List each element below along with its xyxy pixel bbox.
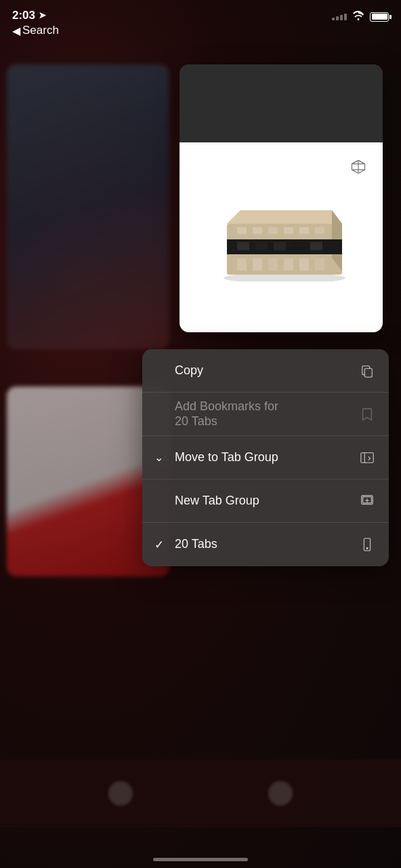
back-label: Search — [22, 24, 59, 37]
svg-rect-11 — [253, 227, 262, 234]
menu-label-copy: Copy — [175, 363, 203, 378]
tab-card-header — [180, 64, 383, 142]
menu-check-20tabs: ✓ — [154, 538, 168, 552]
menu-item-move-to-tab-group[interactable]: ⌄ Move to Tab Group — [142, 436, 389, 479]
status-time: 2:03 ➤ — [12, 9, 59, 21]
time-display: 2:03 — [12, 9, 35, 21]
new-tab-group-icon — [358, 492, 377, 511]
svg-rect-17 — [253, 258, 262, 271]
svg-rect-10 — [237, 227, 247, 234]
tab-card-content — [180, 142, 383, 332]
menu-chevron-move: ⌄ — [154, 451, 168, 464]
svg-marker-2 — [227, 210, 342, 224]
battery-icon — [370, 12, 389, 22]
svg-rect-12 — [268, 227, 278, 234]
svg-rect-18 — [268, 258, 278, 271]
svg-rect-23 — [361, 452, 373, 462]
status-right — [332, 9, 389, 22]
context-menu: Copy Add Bookmarks for20 Tabs ⌄ Move to … — [142, 349, 389, 566]
menu-item-add-bookmarks[interactable]: Add Bookmarks for20 Tabs — [142, 393, 389, 436]
battery-fill — [372, 14, 387, 20]
svg-rect-7 — [274, 242, 286, 250]
svg-point-27 — [366, 548, 368, 549]
back-chevron-icon: ◀ — [12, 24, 20, 37]
status-left: 2:03 ➤ ◀ Search — [12, 9, 59, 37]
svg-rect-20 — [299, 258, 309, 271]
home-indicator — [153, 858, 248, 861]
svg-rect-15 — [315, 227, 324, 234]
svg-rect-6 — [255, 242, 268, 250]
building-model — [213, 193, 349, 281]
svg-rect-5 — [237, 242, 249, 250]
svg-rect-9 — [310, 242, 322, 250]
tab-card-preview[interactable] — [180, 64, 383, 332]
wifi-icon — [352, 11, 364, 22]
location-icon: ➤ — [39, 11, 46, 20]
phone-icon — [358, 535, 377, 554]
svg-rect-16 — [237, 258, 247, 271]
copy-icon — [358, 361, 377, 380]
menu-item-copy[interactable]: Copy — [142, 349, 389, 393]
svg-rect-19 — [284, 258, 293, 271]
back-nav[interactable]: ◀ Search — [12, 24, 59, 37]
svg-rect-21 — [315, 258, 324, 271]
bg-tab-left — [7, 64, 169, 349]
svg-rect-14 — [299, 227, 309, 234]
svg-rect-22 — [364, 368, 372, 377]
svg-rect-13 — [284, 227, 293, 234]
move-tab-icon — [358, 448, 377, 467]
ar-icon-button[interactable] — [343, 152, 373, 182]
signal-icon — [332, 14, 347, 20]
menu-label-20-tabs: 20 Tabs — [175, 537, 217, 552]
bottom-bar — [0, 760, 401, 827]
bookmark-icon — [358, 405, 377, 424]
bottom-dot-left — [108, 781, 133, 806]
status-bar: 2:03 ➤ ◀ Search — [0, 0, 401, 47]
menu-label-move-to-tab-group: Move to Tab Group — [175, 450, 278, 465]
menu-label-add-bookmarks: Add Bookmarks for20 Tabs — [175, 399, 278, 429]
menu-item-new-tab-group[interactable]: New Tab Group — [142, 479, 389, 523]
bottom-dot-right — [268, 781, 293, 806]
menu-label-new-tab-group: New Tab Group — [175, 494, 259, 509]
svg-rect-8 — [292, 242, 304, 250]
menu-item-20-tabs[interactable]: ✓ 20 Tabs — [142, 523, 389, 566]
